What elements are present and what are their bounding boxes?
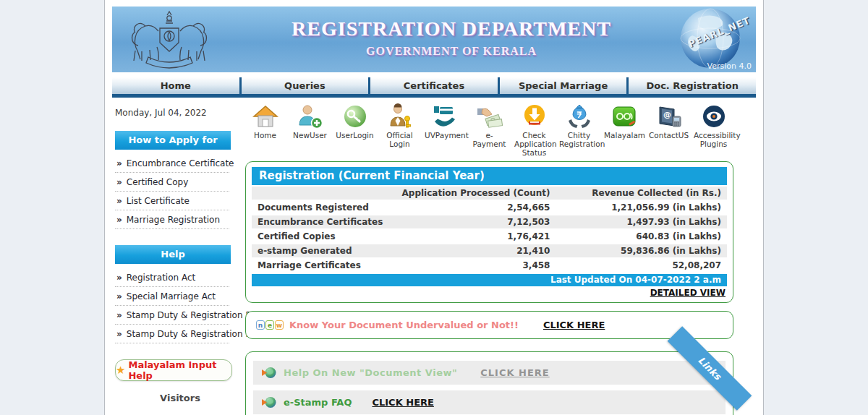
help-header: Help [115, 245, 231, 264]
new-badge-letter: e [265, 320, 274, 330]
link-text: Help On New "Document View" [284, 367, 457, 378]
uv-payment-icon [432, 103, 458, 129]
stat-count: 7,12,503 [394, 215, 556, 228]
new-user-icon [297, 103, 323, 129]
undervalued-click-here-link[interactable]: CLICK HERE [543, 320, 605, 330]
table-row: Documents Registered 2,54,665 1,21,056.9… [252, 201, 727, 214]
quicklink-label: e-Payment [469, 131, 509, 148]
quicklink-label: NewUser [290, 131, 330, 140]
sidebar-item-special-marriage-act[interactable]: »Special Marriage Act [115, 287, 229, 306]
quicklink-malayalam[interactable]: Malayalam [604, 103, 644, 157]
quicklink-home[interactable]: Home [245, 103, 285, 157]
new-badge-letter: n [256, 320, 265, 330]
new-badge-icon: n e w [256, 320, 284, 330]
stats-col-applications: Application Processed (Count) [394, 187, 556, 200]
stat-label: e-stamp Generated [252, 244, 394, 257]
stat-revenue: 59,836.86 (in Lakhs) [556, 244, 727, 257]
sidebar-item-label: Certified Copy [127, 177, 189, 187]
sidebar-item-marriage-registration[interactable]: »Marriage Registration [115, 210, 229, 229]
stat-count: 1,76,421 [394, 230, 556, 243]
stat-revenue: 52,08,207 [556, 259, 727, 272]
stats-col-blank [252, 187, 394, 200]
how-to-apply-list: »Encumbrance Certificate »Certified Copy… [115, 154, 245, 229]
globe-link-icon [262, 395, 276, 409]
nav-tab-queries[interactable]: Queries [242, 77, 369, 94]
stat-count: 2,54,665 [394, 201, 556, 214]
link-row-estamp-faq: e-Stamp FAQ CLICK HERE [253, 390, 726, 414]
chevron-bullet-icon: » [116, 310, 122, 320]
quicklink-uv-payment[interactable]: UVPayment [425, 103, 464, 157]
table-row: e-stamp Generated 21,410 59,836.86 (in L… [252, 244, 727, 257]
link-row-document-view-help: Help On New "Document View" CLICK HERE [253, 361, 726, 385]
stat-label: Marriage Certificates [252, 259, 394, 272]
quicklink-user-login[interactable]: UserLogin [335, 103, 375, 157]
accessibility-plugins-icon [701, 103, 727, 129]
e-payment-icon [477, 103, 503, 129]
nav-tab-doc-registration[interactable]: Doc. Registration [629, 77, 756, 94]
quicklink-new-user[interactable]: NewUser [290, 103, 330, 157]
sidebar-item-label: Registration Act [127, 273, 195, 283]
quicklink-accessibility-plugins[interactable]: Accessibility Plugins [694, 103, 733, 157]
sidebar-item-stamp-duty-mal[interactable]: »Stamp Duty & Registration Fees (Mal) [115, 306, 229, 325]
user-login-icon [342, 103, 368, 129]
undervalued-notice-text: Know Your Document Undervalued or Not!! [289, 320, 519, 330]
check-application-status-icon [522, 103, 548, 129]
sidebar-item-label: Special Marriage Act [127, 291, 216, 301]
quicklink-label: ContactUS [649, 131, 689, 140]
site-title: REGISTRATION DEPARTMENT [226, 17, 676, 40]
content-area: Monday, Jul 04, 2022 How to Apply for »E… [112, 98, 756, 415]
nav-tab-home[interactable]: Home [112, 77, 239, 94]
version-label: Version 4.0 [707, 61, 752, 71]
sidebar-item-registration-act[interactable]: »Registration Act [115, 268, 229, 287]
quicklink-check-application-status[interactable]: Check Application Status [514, 103, 554, 157]
visitors-heading: Visitors [115, 393, 245, 403]
stats-panel-title: Registration (Current Financial Year) [252, 167, 727, 185]
quicklink-label: UVPayment [425, 131, 464, 140]
pearl-net-logo: PEARL_NET Version 4.0 [676, 7, 756, 72]
quicklink-label: Chitty Registration [559, 131, 599, 148]
kerala-emblem-logo [112, 9, 226, 70]
stats-table: Application Processed (Count) Revenue Co… [252, 185, 727, 273]
chitty-registration-icon [566, 103, 592, 129]
stat-count: 21,410 [394, 244, 556, 257]
quicklink-label: Accessibility Plugins [694, 131, 733, 148]
registration-stats-panel: Registration (Current Financial Year) Ap… [245, 161, 733, 303]
stats-col-revenue: Revenue Collected (in Rs.) [556, 187, 727, 200]
document-view-click-here-link[interactable]: CLICK HERE [480, 367, 549, 378]
new-badge-letter: w [275, 320, 284, 330]
quicklink-chitty-registration[interactable]: Chitty Registration [559, 103, 599, 157]
chevron-bullet-icon: » [116, 329, 122, 339]
sidebar-item-label: Marriage Registration [127, 215, 220, 225]
quicklink-e-payment[interactable]: e-Payment [469, 103, 509, 157]
how-to-apply-header: How to Apply for [115, 131, 231, 150]
malayalam-input-help-label: Malayalam Input Help [128, 359, 231, 381]
malayalam-input-help-button[interactable]: ★ Malayalam Input Help [115, 359, 232, 381]
site-subtitle: GOVERNMENT OF KERALA [226, 45, 676, 58]
sidebar-item-label: Encumbrance Certificate [127, 158, 234, 168]
quicklink-label: Official Login [380, 131, 420, 148]
quick-links-toolbar: Home NewUser [245, 103, 733, 157]
malayalam-icon [611, 103, 637, 129]
detailed-view-link[interactable]: DETAILED VIEW [252, 286, 727, 298]
main-nav: Home Queries Certificates Special Marria… [112, 77, 756, 98]
sidebar-item-stamp-duty-eng[interactable]: »Stamp Duty & Registration Fees (Eng) [115, 325, 229, 343]
chevron-bullet-icon: » [116, 196, 122, 206]
sidebar-item-certified-copy[interactable]: »Certified Copy [115, 173, 229, 192]
stats-header-row: Application Processed (Count) Revenue Co… [252, 187, 727, 200]
sidebar-item-encumbrance-certificate[interactable]: »Encumbrance Certificate [115, 154, 229, 173]
kerala-emblem-icon [118, 9, 221, 70]
contact-us-icon: @ [656, 103, 682, 129]
masthead-titles: REGISTRATION DEPARTMENT GOVERNMENT OF KE… [226, 17, 676, 62]
undervalued-notice-panel: n e w Know Your Document Undervalued or … [245, 311, 733, 339]
page-container: REGISTRATION DEPARTMENT GOVERNMENT OF KE… [104, 0, 764, 415]
estamp-faq-click-here-link[interactable]: CLICK HERE [372, 397, 433, 408]
nav-tab-certificates[interactable]: Certificates [370, 77, 498, 94]
quicklink-label: Check Application Status [514, 131, 554, 157]
quicklink-contact-us[interactable]: @ ContactUS [649, 103, 689, 157]
stat-label: Documents Registered [252, 201, 394, 214]
sidebar-item-list-certificate[interactable]: »List Certificate [115, 192, 229, 210]
quicklink-official-login[interactable]: Official Login [380, 103, 420, 157]
stat-revenue: 1,21,056.99 (in Lakhs) [556, 201, 727, 214]
main-column: Home NewUser [245, 98, 767, 415]
nav-tab-special-marriage[interactable]: Special Marriage [500, 77, 627, 94]
